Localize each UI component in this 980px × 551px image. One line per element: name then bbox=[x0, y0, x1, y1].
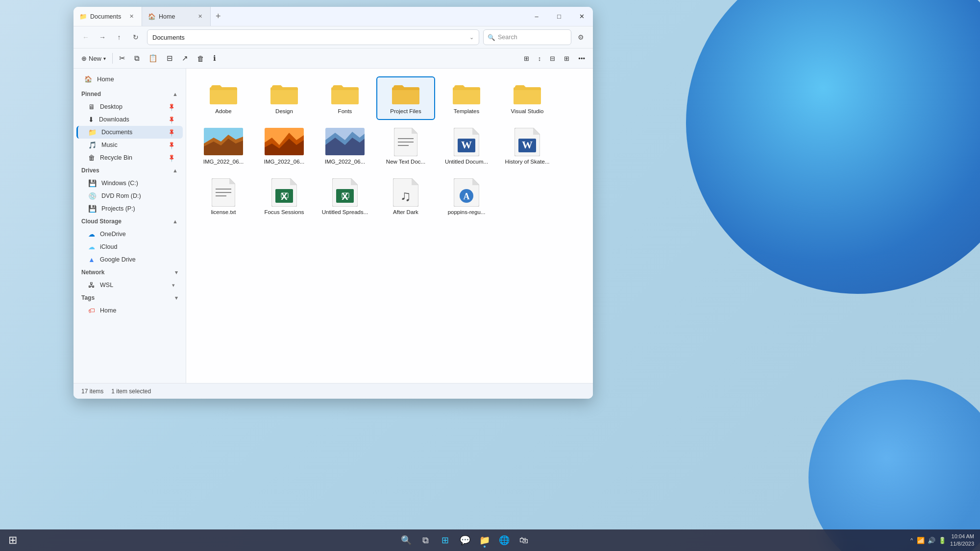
file-focus-sessions[interactable]: X Focus Sessions bbox=[255, 172, 314, 221]
view1-button[interactable]: ⊟ bbox=[546, 50, 559, 66]
search-box[interactable]: 🔍 Search bbox=[483, 29, 571, 45]
file-img3[interactable]: IMG_2022_06... bbox=[316, 122, 374, 170]
sidebar-item-documents[interactable]: 📁 Documents 📌 bbox=[76, 126, 183, 139]
sidebar-item-recycle[interactable]: 🗑 Recycle Bin 📌 bbox=[76, 151, 183, 164]
sidebar-item-windows-c[interactable]: 💾 Windows (C:) bbox=[76, 177, 183, 190]
sidebar-item-music[interactable]: 🎵 Music 📌 bbox=[76, 139, 183, 151]
share-button[interactable]: ↗ bbox=[178, 50, 192, 66]
file-grid: Adobe Design Fonts bbox=[194, 76, 585, 221]
address-box[interactable]: Documents ⌄ bbox=[147, 29, 479, 45]
folder-adobe[interactable]: Adobe bbox=[194, 76, 253, 120]
file-spreadsheet[interactable]: X Untitled Spreads... bbox=[316, 172, 374, 221]
home-tag-label: Home bbox=[100, 307, 116, 314]
taskbar-clock[interactable]: 10:04 AM 11/8/2023 bbox=[950, 533, 974, 548]
network-section-header[interactable]: Network ▾ bbox=[74, 266, 186, 279]
minimize-button[interactable]: – bbox=[525, 7, 548, 26]
file-after-dark[interactable]: ♫ After Dark bbox=[376, 172, 435, 221]
paste-button[interactable]: 📋 bbox=[145, 50, 162, 66]
pinned-section-header[interactable]: Pinned ▲ bbox=[74, 88, 186, 100]
folder-design[interactable]: Design bbox=[255, 76, 314, 120]
img2-name: IMG_2022_06... bbox=[264, 158, 304, 166]
system-tray-expand[interactable]: ^ bbox=[910, 537, 913, 543]
cut-button[interactable]: ✂ bbox=[115, 50, 129, 66]
delete-button[interactable]: 🗑 bbox=[193, 50, 208, 66]
folder-fonts[interactable]: Fonts bbox=[316, 76, 374, 120]
pin-icon-recycle: 📌 bbox=[167, 153, 176, 162]
info-button[interactable]: ℹ bbox=[209, 50, 220, 66]
file-poppins[interactable]: A poppins-regu... bbox=[437, 172, 496, 221]
sidebar-item-desktop[interactable]: 🖥 Desktop 📌 bbox=[76, 100, 183, 113]
search-taskbar-button[interactable]: 🔍 bbox=[397, 531, 415, 549]
more-options-button[interactable]: ••• bbox=[574, 50, 589, 66]
close-button[interactable]: ✕ bbox=[570, 7, 593, 26]
tab-home-close[interactable]: ✕ bbox=[196, 12, 204, 21]
excel-spreadsheet-icon: X bbox=[332, 178, 358, 207]
view2-button[interactable]: ⊞ bbox=[560, 50, 573, 66]
refresh-button[interactable]: ↻ bbox=[128, 30, 143, 45]
start-button[interactable]: ⊞ bbox=[4, 531, 22, 549]
order-button[interactable]: ↕ bbox=[534, 50, 545, 66]
folder-templates[interactable]: Templates bbox=[437, 76, 496, 120]
back-button[interactable]: ← bbox=[78, 30, 93, 45]
tags-label: Tags bbox=[81, 294, 95, 301]
word-untitled-name: Untitled Docum... bbox=[445, 158, 488, 166]
sidebar-item-home-tag[interactable]: 🏷 Home bbox=[76, 304, 183, 317]
cut-icon: ✂ bbox=[119, 54, 125, 63]
tab-home[interactable]: 🏠 Home ✕ bbox=[142, 7, 211, 26]
sidebar: 🏠 Home Pinned ▲ 🖥 Desktop 📌 ⬇ Downloads … bbox=[74, 69, 186, 383]
tab-documents-close[interactable]: ✕ bbox=[127, 12, 136, 21]
sidebar-item-gdrive[interactable]: ▲ Google Drive bbox=[76, 253, 183, 266]
svg-text:A: A bbox=[464, 192, 470, 201]
file-img1[interactable]: IMG_2022_06... bbox=[194, 122, 253, 170]
battery-icon: 🔋 bbox=[938, 537, 946, 544]
compress-button[interactable]: ⊟ bbox=[163, 50, 177, 66]
recycle-icon: 🗑 bbox=[88, 154, 95, 162]
sidebar-item-onedrive[interactable]: ☁ OneDrive bbox=[76, 228, 183, 240]
new-button[interactable]: ⊕ New ▾ bbox=[77, 50, 110, 66]
sidebar-item-dvd-d[interactable]: 💿 DVD Rom (D:) bbox=[76, 190, 183, 202]
after-dark-name: After Dark bbox=[393, 209, 418, 216]
sidebar-item-home[interactable]: 🏠 Home bbox=[76, 72, 183, 86]
file-license[interactable]: license.txt bbox=[194, 172, 253, 221]
chat-button[interactable]: 💬 bbox=[456, 531, 474, 549]
drives-section-header[interactable]: Drives ▲ bbox=[74, 164, 186, 177]
tags-section-header[interactable]: Tags ▾ bbox=[74, 291, 186, 304]
edge-taskbar[interactable]: 🌐 bbox=[495, 531, 513, 549]
sidebar-item-icloud[interactable]: ☁ iCloud bbox=[76, 240, 183, 253]
desktop-label: Desktop bbox=[100, 103, 122, 110]
store-taskbar[interactable]: 🛍 bbox=[515, 531, 533, 549]
file-newtxt[interactable]: New Text Doc... bbox=[376, 122, 435, 170]
widgets-button[interactable]: ⊞ bbox=[437, 531, 454, 549]
file-img2[interactable]: IMG_2022_06... bbox=[255, 122, 314, 170]
body-layout: 🏠 Home Pinned ▲ 🖥 Desktop 📌 ⬇ Downloads … bbox=[74, 69, 593, 383]
new-tab-button[interactable]: + bbox=[211, 7, 226, 26]
file-word-untitled[interactable]: W Untitled Docum... bbox=[437, 122, 496, 170]
pin-icon-dl: 📌 bbox=[167, 115, 176, 124]
file-word-history[interactable]: W History of Skate... bbox=[498, 122, 557, 170]
up-button[interactable]: ↑ bbox=[112, 30, 126, 45]
sidebar-item-downloads[interactable]: ⬇ Downloads 📌 bbox=[76, 113, 183, 126]
windows-c-icon: 💾 bbox=[88, 179, 97, 187]
cloud-section-header[interactable]: Cloud Storage ▲ bbox=[74, 215, 186, 228]
task-view-button[interactable]: ⧉ bbox=[417, 531, 435, 549]
pinned-chevron-icon: ▲ bbox=[172, 91, 178, 97]
sidebar-item-wsl[interactable]: 🖧 WSL ▾ bbox=[76, 279, 183, 291]
folder-templates-icon bbox=[452, 82, 481, 105]
copy-button[interactable]: ⧉ bbox=[130, 50, 144, 66]
folder-project-files[interactable]: Project Files bbox=[376, 76, 435, 120]
forward-button[interactable]: → bbox=[95, 30, 110, 45]
compress-icon: ⊟ bbox=[167, 54, 173, 63]
sys-icons: 📶 🔊 🔋 bbox=[917, 537, 946, 544]
maximize-button[interactable]: □ bbox=[548, 7, 570, 26]
taskbar-date-display: 11/8/2023 bbox=[950, 540, 974, 548]
svg-text:X: X bbox=[342, 191, 348, 202]
sidebar-item-projects-p[interactable]: 💾 Projects (P:) bbox=[76, 202, 183, 215]
settings-button[interactable]: ⚙ bbox=[573, 30, 588, 45]
folder-visual-studio[interactable]: Visual Studio bbox=[498, 76, 557, 120]
sort-button[interactable]: ⊞ bbox=[520, 50, 533, 66]
tab-documents[interactable]: 📁 Documents ✕ bbox=[74, 7, 142, 26]
tab-documents-icon: 📁 bbox=[79, 13, 87, 20]
file-explorer-taskbar[interactable]: 📁 bbox=[476, 531, 493, 549]
projects-label: Projects (P:) bbox=[101, 205, 135, 212]
view1-icon: ⊟ bbox=[550, 55, 555, 62]
